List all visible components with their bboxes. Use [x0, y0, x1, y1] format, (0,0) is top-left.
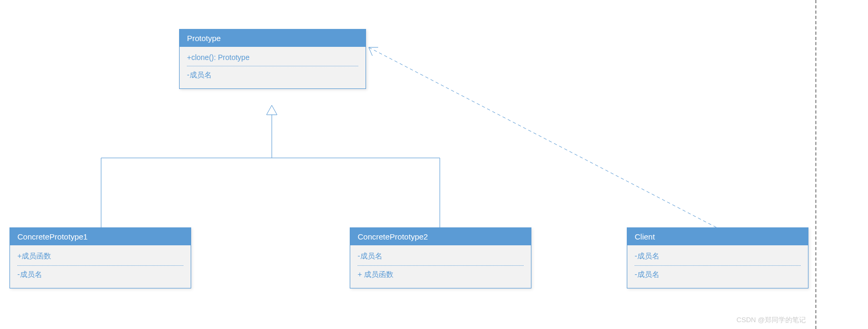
class-member: +clone(): Prototype [187, 50, 358, 65]
class-body: -成员名 + 成员函数 [350, 245, 531, 288]
divider [17, 265, 183, 266]
class-concrete-prototype-2: ConcretePrototype2 -成员名 + 成员函数 [350, 227, 531, 288]
divider [358, 265, 524, 266]
divider [635, 265, 801, 266]
class-body: -成员名 -成员名 [627, 245, 808, 288]
class-prototype: Prototype +clone(): Prototype -成员名 [179, 29, 366, 89]
divider [187, 66, 358, 66]
class-body: +clone(): Prototype -成员名 [180, 47, 366, 88]
class-body: +成员函数 -成员名 [10, 245, 191, 288]
class-member: -成员名 [187, 67, 358, 83]
class-member: -成员名 [635, 267, 801, 283]
dependency-line [369, 47, 716, 227]
class-member: -成员名 [358, 248, 524, 264]
class-title: Client [627, 228, 808, 245]
inheritance-arrowhead [267, 105, 277, 115]
class-member: -成员名 [17, 267, 183, 283]
crop-boundary-line [815, 0, 816, 329]
class-member: + 成员函数 [358, 267, 524, 283]
class-member: +成员函数 [17, 248, 183, 264]
class-concrete-prototype-1: ConcretePrototype1 +成员函数 -成员名 [9, 227, 191, 288]
dependency-arrowhead [369, 47, 378, 56]
watermark: CSDN @郑同学的笔记 [736, 315, 806, 325]
class-title: Prototype [180, 29, 366, 47]
class-title: ConcretePrototype2 [350, 228, 531, 245]
class-title: ConcretePrototype1 [10, 228, 191, 245]
class-member: -成员名 [635, 248, 801, 264]
class-client: Client -成员名 -成员名 [627, 227, 808, 288]
